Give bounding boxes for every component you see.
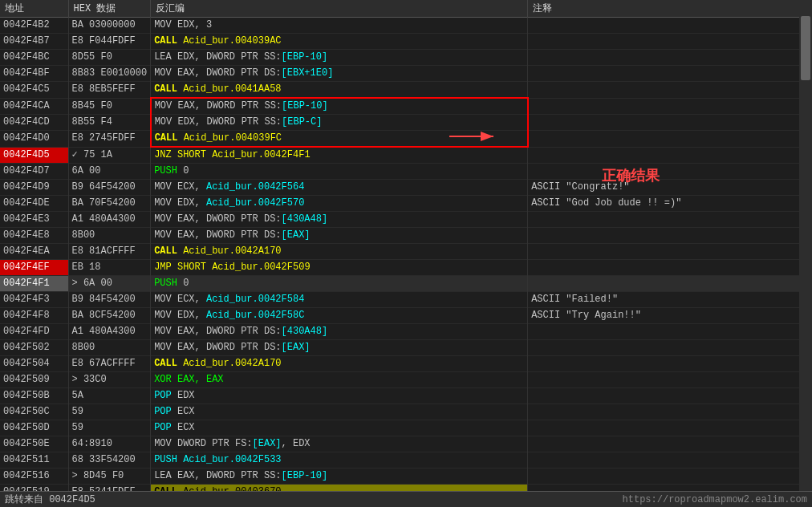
status-url: https://roproadmapmow2.ealim.com — [623, 494, 807, 505]
cell-addr: 0042F4D0 — [0, 131, 68, 148]
cell-hex: > 6A 00 — [68, 276, 151, 292]
cell-hex: E8 67ACFFFF — [68, 356, 151, 372]
table-row[interactable]: 0042F516> 8D45 F0LEA EAX, DWORD PTR SS:[… — [0, 468, 812, 485]
table-row[interactable]: 0042F4BC8D55 F0LEA EDX, DWORD PTR SS:[EB… — [0, 50, 812, 66]
table-header: 地址 HEX 数据 反汇编 注释 — [0, 0, 812, 18]
table-row[interactable]: 0042F4EFEB 18JMP SHORT Acid_bur.0042F509 — [0, 260, 812, 276]
cell-addr: 0042F509 — [0, 372, 68, 388]
cell-comment — [528, 420, 812, 436]
table-row[interactable]: 0042F4D9B9 64F54200MOV ECX, Acid_bur.004… — [0, 180, 812, 196]
table-row[interactable]: 0042F509> 33C0XOR EAX, EAX — [0, 372, 812, 388]
status-bar: 跳转来自 0042F4D5 https://roproadmapmow2.eal… — [0, 491, 812, 507]
cell-addr: 0042F50B — [0, 388, 68, 404]
cell-disasm: MOV EAX, DWORD PTR SS:[EBP-10] — [151, 98, 528, 115]
cell-hex: 68 33F54200 — [68, 452, 151, 468]
cell-hex: E8 2745FDFF — [68, 131, 151, 148]
table-row[interactable]: 0042F4FDA1 480A4300MOV EAX, DWORD PTR DS… — [0, 324, 812, 340]
table-row[interactable]: 0042F4D5✓ 75 1AJNZ SHORT Acid_bur.0042F4… — [0, 147, 812, 164]
cell-addr: 0042F502 — [0, 340, 68, 356]
cell-disasm: MOV ECX, Acid_bur.0042F584 — [151, 292, 528, 308]
header-addr: 地址 — [0, 0, 68, 18]
cell-hex: 59 — [68, 420, 151, 436]
table-row[interactable]: 0042F5028B00MOV EAX, DWORD PTR DS:[EAX] — [0, 340, 812, 356]
cell-comment — [528, 98, 812, 115]
cell-comment — [528, 485, 812, 492]
table-row[interactable]: 0042F519E8 5241FDFFCALL Acid_bur.0040367… — [0, 485, 812, 492]
cell-disasm: PUSH 0 — [151, 276, 528, 292]
table-row[interactable]: 0042F51168 33F54200PUSH Acid_bur.0042F53… — [0, 452, 812, 468]
cell-addr: 0042F4CA — [0, 98, 68, 115]
cell-comment — [528, 50, 812, 66]
cell-addr: 0042F4EA — [0, 244, 68, 260]
scroll-container[interactable]: 地址 HEX 数据 反汇编 注释 0042F4B2BA 03000000MOV … — [0, 0, 812, 491]
table-row[interactable]: 0042F50B5APOP EDX — [0, 388, 812, 404]
scrollbar[interactable] — [799, 0, 812, 491]
cell-disasm: PUSH 0 — [151, 164, 528, 180]
cell-comment — [528, 147, 812, 164]
cell-disasm: CALL Acid_bur.0042A170 — [151, 244, 528, 260]
cell-disasm: CALL Acid_bur.004039FC — [151, 131, 528, 148]
cell-hex: 59 — [68, 404, 151, 420]
scrollbar-thumb[interactable] — [801, 16, 810, 80]
cell-disasm: CALL Acid_bur.0041AA58 — [151, 82, 528, 99]
cell-hex: 8B83 E0010000 — [68, 66, 151, 82]
cell-comment — [528, 260, 812, 276]
table-row[interactable]: 0042F4BF8B83 E0010000MOV EAX, DWORD PTR … — [0, 66, 812, 82]
table-row[interactable]: 0042F4DEBA 70F54200MOV EDX, Acid_bur.004… — [0, 196, 812, 212]
table-row[interactable]: 0042F4D76A 00PUSH 0 — [0, 164, 812, 180]
cell-comment — [528, 404, 812, 420]
cell-hex: 64:8910 — [68, 436, 151, 452]
cell-comment — [528, 18, 812, 34]
table-row[interactable]: 0042F50C59POP ECX — [0, 404, 812, 420]
table-row[interactable]: 0042F4E3A1 480A4300MOV EAX, DWORD PTR DS… — [0, 212, 812, 228]
cell-disasm: JMP SHORT Acid_bur.0042F509 — [151, 260, 528, 276]
cell-disasm: MOV EAX, DWORD PTR DS:[EAX] — [151, 340, 528, 356]
cell-addr: 0042F4BF — [0, 66, 68, 82]
table-row[interactable]: 0042F4E88B00MOV EAX, DWORD PTR DS:[EAX] — [0, 228, 812, 244]
cell-addr: 0042F4BC — [0, 50, 68, 66]
cell-hex: BA 70F54200 — [68, 196, 151, 212]
table-row[interactable]: 0042F50E64:8910MOV DWORD PTR FS:[EAX], E… — [0, 436, 812, 452]
cell-comment — [528, 324, 812, 340]
cell-disasm: MOV EDX, Acid_bur.0042F58C — [151, 308, 528, 324]
cell-disasm: CALL Acid_bur.004039AC — [151, 34, 528, 50]
cell-hex: A1 480A4300 — [68, 212, 151, 228]
table-row[interactable]: 0042F4F8BA 8CF54200MOV EDX, Acid_bur.004… — [0, 308, 812, 324]
header-hex: HEX 数据 — [68, 0, 151, 18]
cell-comment — [528, 82, 812, 99]
table-row[interactable]: 0042F4CA8B45 F0MOV EAX, DWORD PTR SS:[EB… — [0, 98, 812, 115]
cell-addr: 0042F50D — [0, 420, 68, 436]
cell-addr: 0042F4CD — [0, 115, 68, 131]
table-row[interactable]: 0042F4F1> 6A 00PUSH 0 — [0, 276, 812, 292]
cell-hex: E8 F044FDFF — [68, 34, 151, 50]
cell-addr: 0042F4D5 — [0, 147, 68, 164]
main-container: 地址 HEX 数据 反汇编 注释 0042F4B2BA 03000000MOV … — [0, 0, 812, 507]
table-row[interactable]: 0042F4D0E8 2745FDFFCALL Acid_bur.004039F… — [0, 131, 812, 148]
cell-comment — [528, 115, 812, 131]
cell-disasm: POP ECX — [151, 404, 528, 420]
table-row[interactable]: 0042F50D59POP ECX — [0, 420, 812, 436]
cell-comment — [528, 340, 812, 356]
cell-addr: 0042F50C — [0, 404, 68, 420]
cell-disasm: LEA EDX, DWORD PTR SS:[EBP-10] — [151, 50, 528, 66]
cell-comment — [528, 164, 812, 180]
cell-disasm: POP EDX — [151, 388, 528, 404]
table-row[interactable]: 0042F504E8 67ACFFFFCALL Acid_bur.0042A17… — [0, 356, 812, 372]
cell-disasm: POP ECX — [151, 420, 528, 436]
table-row[interactable]: 0042F4CD8B55 F4MOV EDX, DWORD PTR SS:[EB… — [0, 115, 812, 131]
cell-comment — [528, 468, 812, 485]
table-row[interactable]: 0042F4B7E8 F044FDFFCALL Acid_bur.004039A… — [0, 34, 812, 50]
cell-hex: 8B45 F0 — [68, 98, 151, 115]
cell-comment: ASCII "God Job dude !! =)" — [528, 196, 812, 212]
cell-disasm: MOV EDX, 3 — [151, 18, 528, 34]
cell-hex: > 33C0 — [68, 372, 151, 388]
cell-comment: ASCII "Congratz!" — [528, 180, 812, 196]
cell-hex: E8 81ACFFFF — [68, 244, 151, 260]
table-row[interactable]: 0042F4C5E8 8EB5FEFFCALL Acid_bur.0041AA5… — [0, 82, 812, 99]
table-row[interactable]: 0042F4EAE8 81ACFFFFCALL Acid_bur.0042A17… — [0, 244, 812, 260]
table-row[interactable]: 0042F4F3B9 84F54200MOV ECX, Acid_bur.004… — [0, 292, 812, 308]
cell-addr: 0042F4E8 — [0, 228, 68, 244]
cell-hex: 8D55 F0 — [68, 50, 151, 66]
header-disasm: 反汇编 — [151, 0, 528, 18]
table-row[interactable]: 0042F4B2BA 03000000MOV EDX, 3 — [0, 18, 812, 34]
